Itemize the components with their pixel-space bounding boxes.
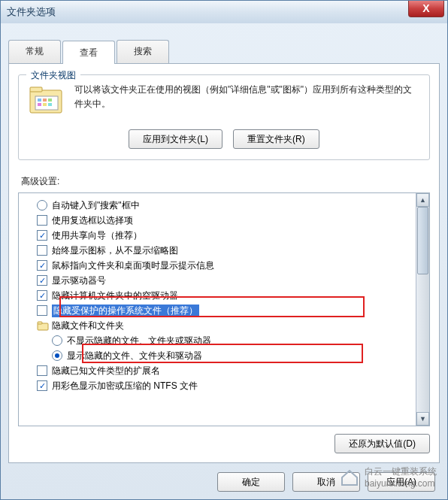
scroll-thumb[interactable] <box>417 207 428 274</box>
checkbox-icon[interactable] <box>37 290 47 301</box>
tree-item-2[interactable]: 使用共享向导（推荐） <box>26 228 413 243</box>
advanced-settings-tree: 自动键入到"搜索"框中使用复选框以选择项使用共享向导（推荐）始终显示图标，从不显… <box>18 192 430 426</box>
tab-search[interactable]: 搜索 <box>117 40 169 63</box>
tree-item-label: 显示驱动器号 <box>52 274 106 287</box>
tree-item-8[interactable]: 隐藏文件和文件夹 <box>26 318 413 333</box>
tree-item-label: 不显示隐藏的文件、文件夹或驱动器 <box>67 335 211 347</box>
group-desc: 可以将该文件夹正在使用的视图（例如"详细信息"或"图标"）应用到所有这种类型的文… <box>74 83 420 111</box>
tree-item-0[interactable]: 自动键入到"搜索"框中 <box>26 198 413 213</box>
window-title: 文件夹选项 <box>7 5 56 19</box>
checkbox-icon[interactable] <box>37 275 47 286</box>
radio-icon[interactable] <box>52 350 62 361</box>
svg-rect-7 <box>43 103 47 106</box>
svg-rect-1 <box>30 87 42 92</box>
ok-button[interactable]: 确定 <box>217 472 285 492</box>
tree-item-label: 隐藏受保护的操作系统文件（推荐） <box>52 305 199 317</box>
checkbox-icon[interactable] <box>37 380 47 391</box>
checkbox-icon[interactable] <box>37 230 47 241</box>
tree-item-4[interactable]: 鼠标指向文件夹和桌面项时显示提示信息 <box>26 258 413 273</box>
apply-button[interactable]: 应用(A) <box>368 472 435 492</box>
checkbox-icon[interactable] <box>37 365 47 376</box>
tree-item-label: 使用复选框以选择项 <box>52 214 133 227</box>
svg-rect-4 <box>43 98 47 102</box>
tree-item-12[interactable]: 用彩色显示加密或压缩的 NTFS 文件 <box>26 378 413 393</box>
svg-rect-6 <box>38 103 41 106</box>
content-area: 常规 查看 搜索 文件夹视图 可以将该文件夹正在使用的视图（例如"详细信息"或"… <box>1 23 447 499</box>
radio-icon[interactable] <box>52 335 62 346</box>
tree-item-3[interactable]: 始终显示图标，从不显示缩略图 <box>26 243 413 258</box>
svg-rect-8 <box>48 103 52 106</box>
svg-rect-5 <box>48 98 52 102</box>
scroll-down-button[interactable]: ▼ <box>416 412 429 426</box>
checkbox-icon[interactable] <box>37 245 47 256</box>
dialog-buttons: 确定 取消 应用(A) <box>8 472 440 492</box>
vertical-scrollbar[interactable]: ▲ ▼ <box>416 193 429 426</box>
tree-item-1[interactable]: 使用复选框以选择项 <box>26 213 413 228</box>
tree-list[interactable]: 自动键入到"搜索"框中使用复选框以选择项使用共享向导（推荐）始终显示图标，从不显… <box>19 193 416 426</box>
tab-strip: 常规 查看 搜索 <box>8 40 440 64</box>
radio-icon[interactable] <box>37 200 47 211</box>
checkbox-icon[interactable] <box>37 305 47 316</box>
view-panel: 文件夹视图 可以将该文件夹正在使用的视图（例如"详细信息"或"图标"）应用到所有… <box>8 64 440 463</box>
tree-item-label: 显示隐藏的文件、文件夹和驱动器 <box>67 350 202 362</box>
folder-views-group: 文件夹视图 可以将该文件夹正在使用的视图（例如"详细信息"或"图标"）应用到所有… <box>18 74 430 160</box>
reset-folders-button[interactable]: 重置文件夹(R) <box>233 129 319 149</box>
tree-item-label: 始终显示图标，从不显示缩略图 <box>52 244 178 257</box>
close-button[interactable]: X <box>408 1 444 17</box>
tree-item-label: 隐藏计算机文件夹中的空驱动器 <box>52 289 178 302</box>
tree-item-7[interactable]: 隐藏受保护的操作系统文件（推荐） <box>26 303 413 318</box>
tree-item-label: 使用共享向导（推荐） <box>52 229 142 242</box>
restore-defaults-button[interactable]: 还原为默认值(D) <box>334 434 430 453</box>
dialog-window: 文件夹选项 X 常规 查看 搜索 文件夹视图 可以将该文件夹正在 <box>0 0 448 500</box>
tree-item-label: 自动键入到"搜索"框中 <box>52 199 140 212</box>
tree-item-9[interactable]: 不显示隐藏的文件、文件夹或驱动器 <box>26 333 413 348</box>
scroll-up-button[interactable]: ▲ <box>416 193 429 207</box>
titlebar[interactable]: 文件夹选项 X <box>1 1 447 23</box>
cancel-button[interactable]: 取消 <box>292 472 360 492</box>
advanced-label: 高级设置: <box>21 175 430 188</box>
tree-item-label: 鼠标指向文件夹和桌面项时显示提示信息 <box>52 259 214 272</box>
svg-rect-10 <box>38 322 42 324</box>
tree-item-label: 隐藏已知文件类型的扩展名 <box>52 365 160 377</box>
folder-views-icon <box>28 83 67 119</box>
tree-item-11[interactable]: 隐藏已知文件类型的扩展名 <box>26 363 413 378</box>
apply-to-folders-button[interactable]: 应用到文件夹(L) <box>129 129 222 149</box>
checkbox-icon[interactable] <box>37 215 47 226</box>
folder-icon <box>37 320 49 331</box>
svg-rect-3 <box>38 98 41 102</box>
tab-view[interactable]: 查看 <box>62 41 115 64</box>
tree-item-label: 用彩色显示加密或压缩的 NTFS 文件 <box>52 380 198 392</box>
tree-item-label: 隐藏文件和文件夹 <box>52 320 124 332</box>
tree-item-10[interactable]: 显示隐藏的文件、文件夹和驱动器 <box>26 348 413 363</box>
tree-item-5[interactable]: 显示驱动器号 <box>26 273 413 288</box>
checkbox-icon[interactable] <box>37 260 47 271</box>
group-title: 文件夹视图 <box>26 69 80 82</box>
tab-general[interactable]: 常规 <box>8 40 61 63</box>
tree-item-6[interactable]: 隐藏计算机文件夹中的空驱动器 <box>26 288 413 303</box>
